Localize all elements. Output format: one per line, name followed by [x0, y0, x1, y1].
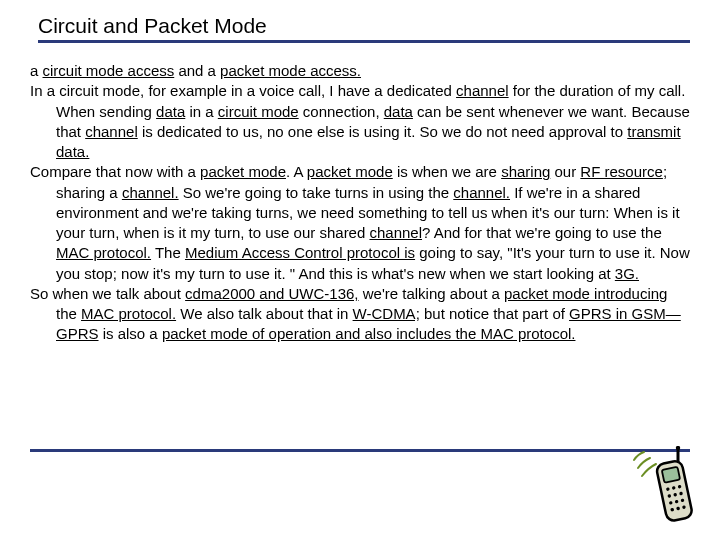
term-channel: channel. — [122, 184, 179, 201]
term-3g: 3G. — [615, 265, 639, 282]
term-packet-mode-access: packet mode access. — [220, 62, 361, 79]
svg-point-1 — [676, 446, 680, 450]
paragraph-intro: a circuit mode access and a packet mode … — [30, 61, 690, 81]
term-cdma2000-uwc136: cdma2000 and UWC-136, — [185, 285, 358, 302]
term-packet-mode-introducing: packet mode introducing — [504, 285, 667, 302]
t: is when we are — [393, 163, 501, 180]
term-rf-resource: RF resource — [580, 163, 663, 180]
t: the — [56, 305, 81, 322]
t: We also talk about that in — [176, 305, 353, 322]
term-packet-mode: packet mode — [307, 163, 393, 180]
footer-rule — [30, 449, 690, 452]
t: in a — [185, 103, 218, 120]
t: In a circuit mode, for example in a voic… — [30, 82, 456, 99]
paragraph-circuit-mode: In a circuit mode, for example in a voic… — [30, 81, 690, 162]
term-wcdma: W-CDMA; — [353, 305, 420, 322]
t: Compare that now with a — [30, 163, 200, 180]
term-data: data — [156, 103, 185, 120]
term-channel: channel — [369, 224, 422, 241]
term-packet-mode-operation: packet mode of operation and also includ… — [162, 325, 576, 342]
paragraph-standards: So when we talk about cdma2000 and UWC-1… — [30, 284, 690, 345]
t: our — [550, 163, 580, 180]
t: we're talking about a — [359, 285, 504, 302]
t: is also a — [99, 325, 162, 342]
term-channel: channel — [456, 82, 509, 99]
t: and a — [174, 62, 220, 79]
t: . A — [286, 163, 307, 180]
t: a — [30, 62, 43, 79]
t: ? And for that we're going to use the — [422, 224, 662, 241]
t: So we're going to take turns in using th… — [179, 184, 454, 201]
phone-icon — [630, 446, 702, 534]
t: connection, — [299, 103, 384, 120]
t: but notice that part of — [420, 305, 569, 322]
term-circuit-mode-access: circuit mode access — [43, 62, 175, 79]
term-channel: channel. — [453, 184, 510, 201]
body-text: a circuit mode access and a packet mode … — [30, 61, 690, 345]
term-mac-protocol: MAC protocol. — [81, 305, 176, 322]
term-circuit-mode: circuit mode — [218, 103, 299, 120]
term-data: data — [384, 103, 413, 120]
svg-rect-3 — [662, 467, 680, 483]
slide: Circuit and Packet Mode a circuit mode a… — [0, 0, 720, 345]
term-sharing: sharing — [501, 163, 550, 180]
t: is dedicated to us, no one else is using… — [138, 123, 628, 140]
title-rule: Circuit and Packet Mode — [38, 14, 690, 43]
term-channel: channel — [85, 123, 138, 140]
term-medium-access-control: Medium Access Control protocol is — [185, 244, 415, 261]
t: So when we talk about — [30, 285, 185, 302]
term-packet-mode: packet mode — [200, 163, 286, 180]
paragraph-packet-mode: Compare that now with a packet mode. A p… — [30, 162, 690, 284]
term-mac-protocol: MAC protocol. — [56, 244, 151, 261]
page-title: Circuit and Packet Mode — [38, 14, 690, 38]
t: The — [151, 244, 185, 261]
